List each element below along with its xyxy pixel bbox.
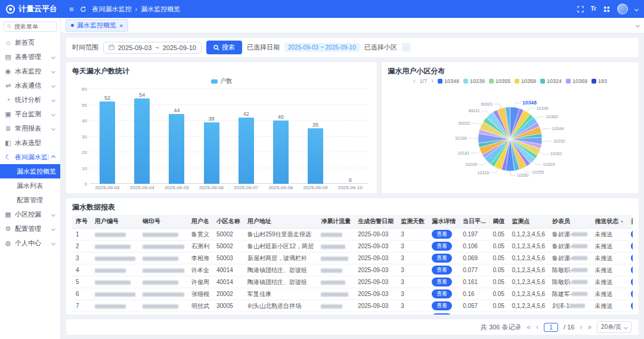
redacted-text bbox=[572, 256, 587, 260]
view-detail-button[interactable]: 查看 bbox=[432, 289, 452, 298]
sidebar-search-input[interactable] bbox=[14, 23, 53, 30]
apps-grid-icon[interactable] bbox=[603, 6, 610, 13]
sidebar-item-0[interactable]: ⌂新首页 bbox=[0, 35, 60, 50]
pie-label-line bbox=[533, 161, 542, 164]
sidebar-item-2[interactable]: ◉水表监控 bbox=[0, 64, 60, 78]
legend-item-193[interactable]: 193 bbox=[592, 78, 607, 84]
daily-water-curve-button[interactable]: 日用水曲线 bbox=[631, 242, 633, 251]
sidebar-subitem-2[interactable]: 配置管理 bbox=[0, 193, 60, 207]
view-detail-button[interactable]: 查看 bbox=[432, 242, 452, 251]
next-page-button[interactable]: › bbox=[580, 323, 582, 331]
language-icon[interactable]: Tr bbox=[591, 6, 596, 12]
bar-2025-09-09[interactable]: 35 bbox=[298, 89, 333, 184]
end-date-value[interactable]: 2025-09-10 bbox=[163, 44, 196, 51]
sidebar-item-7[interactable]: ◧水表选型 bbox=[0, 135, 60, 150]
bar-2025-09-04[interactable]: 54 bbox=[125, 89, 159, 184]
tab-close-icon[interactable]: × bbox=[119, 22, 123, 29]
bar-2025-09-05[interactable]: 44 bbox=[159, 89, 194, 184]
legend-item-10358[interactable]: 10358 bbox=[515, 78, 536, 84]
filter-icon[interactable]: ▼ bbox=[620, 220, 624, 224]
tab-leak-overview[interactable]: 漏水监控概览 × bbox=[66, 19, 128, 32]
current-page-input[interactable]: 1 bbox=[544, 323, 558, 332]
last-page-button[interactable]: » bbox=[587, 323, 592, 331]
selected-community-badge[interactable]: - bbox=[402, 43, 411, 52]
search-icon bbox=[7, 24, 12, 29]
legend-item-10369[interactable]: 10369 bbox=[566, 78, 587, 84]
sidebar-item-1[interactable]: ▤表务管理 bbox=[0, 50, 60, 64]
sidebar-item-4[interactable]: ◔统计分析 bbox=[0, 93, 60, 107]
bar-2025-09-08[interactable]: 40 bbox=[264, 89, 298, 184]
legend-next-icon[interactable]: › bbox=[431, 78, 434, 84]
app-logo: 计量云平台 bbox=[6, 4, 63, 14]
view-detail-button[interactable]: 查看 bbox=[432, 301, 452, 310]
sidebar-subitem-1[interactable]: 漏水列表 bbox=[0, 178, 60, 193]
view-detail-button[interactable]: 查看 bbox=[432, 278, 452, 286]
breadcrumb-item-current[interactable]: 漏水监控概览 bbox=[141, 5, 180, 14]
refresh-icon[interactable] bbox=[80, 6, 86, 13]
legend-item-10239[interactable]: 10239 bbox=[463, 78, 485, 84]
x-axis-label: 2025-09-03 bbox=[90, 185, 125, 190]
breadcrumb-item-parent[interactable]: 夜间漏水监控 bbox=[92, 5, 132, 14]
avatar[interactable] bbox=[617, 4, 628, 14]
meter-monitor-icon: ◉ bbox=[4, 67, 12, 75]
column-header-0: 序号 bbox=[72, 215, 91, 229]
pie-label-line bbox=[515, 103, 522, 107]
sidebar-item-11[interactable]: ◍个人中心 bbox=[0, 236, 60, 250]
view-detail-button[interactable]: 查看 bbox=[432, 313, 452, 315]
column-header-12: 监测点 bbox=[508, 215, 549, 229]
daily-leak-bar-chart-panel: 每天漏水户数统计 户数 0102030405060525444394240350… bbox=[66, 61, 377, 194]
x-axis-label: 2025-09-04 bbox=[125, 185, 159, 190]
view-detail-button[interactable]: 查看 bbox=[432, 266, 452, 275]
daily-water-curve-button[interactable]: 日用水曲线 bbox=[631, 301, 633, 310]
legend-item-10348[interactable]: 10348 bbox=[438, 78, 459, 84]
view-detail-button[interactable]: 查看 bbox=[432, 254, 452, 263]
legend-prev-icon[interactable]: ‹ bbox=[413, 78, 416, 84]
tabbar-collapse-icon[interactable] bbox=[636, 23, 640, 27]
app-root: 计量云平台 ≡ 夜间漏水监控 › 漏水监控概览 Tr bbox=[0, 0, 644, 339]
column-header-1: 用户编号 bbox=[91, 215, 139, 229]
legend-item-10324[interactable]: 10324 bbox=[540, 78, 562, 84]
date-range-picker[interactable]: 2025-09-03 ~ 2025-09-10 bbox=[103, 42, 202, 54]
sidebar-item-8[interactable]: ☾夜间漏水监控 bbox=[0, 150, 60, 164]
pie-label-line bbox=[472, 123, 481, 125]
sidebar-item-6[interactable]: ≣常用报表 bbox=[0, 121, 60, 135]
selected-date-badge[interactable]: 2025-09-03 ~ 2025-09-10 bbox=[284, 43, 360, 52]
search-button[interactable]: 搜索 bbox=[206, 41, 242, 54]
bar-2025-09-06[interactable]: 39 bbox=[194, 89, 228, 184]
bar-2025-09-03[interactable]: 52 bbox=[90, 89, 125, 184]
bar-chart-legend[interactable]: 户数 bbox=[72, 77, 371, 85]
legend-item-10355[interactable]: 10355 bbox=[489, 78, 510, 84]
sidebar-search-box[interactable] bbox=[4, 21, 57, 32]
daily-water-curve-button[interactable]: 日用水曲线 bbox=[631, 289, 633, 298]
daily-water-curve-button[interactable]: 日用水曲线 bbox=[631, 278, 633, 286]
bar-2025-09-07[interactable]: 42 bbox=[229, 89, 264, 184]
sidebar-item-9[interactable]: ▦小区控漏 bbox=[0, 207, 60, 221]
first-page-button[interactable]: « bbox=[527, 323, 531, 331]
column-header-11: 阈值 bbox=[489, 215, 508, 229]
daily-water-curve-button[interactable]: 日用水曲线 bbox=[631, 230, 633, 239]
daily-water-curve-button[interactable]: 日用水曲线 bbox=[631, 266, 633, 275]
daily-water-curve-button[interactable]: 日用水曲线 bbox=[631, 254, 633, 263]
chevron-down-icon[interactable] bbox=[634, 7, 639, 11]
prev-page-button[interactable]: ‹ bbox=[536, 323, 538, 331]
pie-callout-label: 10346 bbox=[537, 106, 549, 111]
view-detail-button[interactable]: 查看 bbox=[432, 230, 452, 239]
daily-water-curve-button[interactable]: 日用水曲线 bbox=[631, 313, 633, 315]
hamburger-menu-icon[interactable]: ≡ bbox=[69, 5, 74, 13]
bar-2025-09-10[interactable]: 0 bbox=[333, 89, 367, 184]
sidebar-subitem-0[interactable]: 漏水监控概览 bbox=[0, 164, 60, 178]
legend-pager: 1/7 bbox=[420, 78, 428, 84]
page-size-select[interactable]: 20条/页 bbox=[597, 321, 631, 333]
legend-swatch bbox=[211, 79, 218, 84]
header-right-tools: Tr bbox=[577, 4, 638, 14]
sidebar-item-3[interactable]: ⇌水表通信 bbox=[0, 78, 60, 93]
pie-callout-label: 10262 bbox=[550, 152, 562, 156]
sidebar-item-10[interactable]: ⚙配置管理 bbox=[0, 221, 60, 236]
selected-date-label: 已选择日期 bbox=[247, 43, 280, 52]
sidebar-item-5[interactable]: ▣平台监测 bbox=[0, 107, 60, 121]
redacted-text bbox=[143, 269, 184, 273]
table-scroll-area[interactable]: 序号用户编号钢印号用户名小区名称用户地址净累计流量生成告警日期监测天数漏水详情当… bbox=[72, 215, 633, 315]
fullscreen-icon[interactable] bbox=[577, 6, 584, 13]
pie-chart: 1034810346103631034410292102621030310255… bbox=[388, 84, 633, 190]
start-date-value[interactable]: 2025-09-03 bbox=[118, 44, 151, 51]
